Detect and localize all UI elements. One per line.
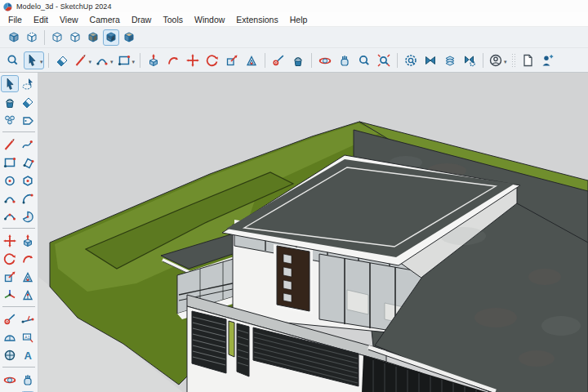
rotate-button[interactable]: [203, 51, 221, 69]
orbit-button[interactable]: [316, 51, 334, 69]
toolbar-separator: [265, 53, 265, 68]
shaded-textures-button[interactable]: [103, 29, 119, 46]
push-pull-button[interactable]: [145, 51, 163, 69]
menu-file[interactable]: File: [2, 14, 28, 25]
position-camera-button[interactable]: [1, 346, 19, 363]
back-edges-icon: [24, 30, 39, 45]
shaded-icon: [86, 30, 100, 45]
two-point-arc-button[interactable]: [1, 189, 19, 207]
dropdown-arrow-icon[interactable]: ▾: [132, 59, 136, 65]
rectangle-button[interactable]: ▾: [116, 51, 136, 69]
dimensions-button[interactable]: [19, 286, 37, 303]
select-button[interactable]: ▾: [24, 51, 44, 69]
arc-button[interactable]: [19, 189, 37, 207]
tape-measure-button[interactable]: [270, 51, 287, 69]
axes-button[interactable]: [1, 286, 19, 303]
tape-measure-button[interactable]: [1, 310, 19, 327]
scale-button[interactable]: [223, 51, 241, 69]
menu-camera[interactable]: Camera: [84, 14, 126, 25]
monochrome-button[interactable]: [121, 29, 137, 46]
views-toolbar: [0, 27, 588, 48]
follow-me-button[interactable]: [164, 51, 182, 69]
menu-tools[interactable]: Tools: [157, 14, 189, 25]
hidden-line-button[interactable]: [67, 29, 83, 46]
freehand-icon: [20, 137, 35, 152]
fix-problems-button[interactable]: [461, 51, 479, 69]
model-viewport[interactable]: [38, 73, 588, 392]
tag-button[interactable]: [19, 111, 37, 128]
toolbar-separator: [2, 228, 35, 229]
xray-icon: [7, 30, 21, 45]
menu-edit[interactable]: Edit: [28, 14, 54, 25]
scale-icon: [225, 53, 239, 68]
polygon-button[interactable]: [19, 172, 37, 189]
select-button[interactable]: [1, 75, 19, 92]
dropdown-arrow-icon[interactable]: ▾: [40, 59, 43, 65]
orbit-button[interactable]: [1, 371, 19, 388]
three-d-text-button[interactable]: A: [19, 346, 37, 363]
lasso-icon: [20, 77, 35, 91]
two-point-arc-button[interactable]: ▾: [94, 51, 114, 69]
move-button[interactable]: [184, 51, 202, 69]
two-point-arc-icon: [2, 191, 17, 206]
offset-button[interactable]: [19, 268, 37, 285]
pan-button[interactable]: [336, 51, 354, 69]
toolbar-separator: [140, 53, 140, 68]
zoom-window-button[interactable]: [19, 389, 37, 392]
solid-inspector-button[interactable]: [402, 51, 420, 69]
account-button[interactable]: ▾: [488, 51, 508, 69]
rotate-button[interactable]: [1, 250, 19, 267]
wireframe-button[interactable]: [49, 29, 65, 46]
shaded-button[interactable]: [85, 29, 101, 46]
clean-up-button[interactable]: [421, 51, 439, 69]
monochrome-icon: [122, 30, 136, 45]
xray-button[interactable]: [6, 29, 22, 46]
menu-window[interactable]: Window: [189, 14, 230, 25]
scale-button[interactable]: [1, 268, 19, 285]
lasso-button[interactable]: [19, 75, 37, 92]
search-button[interactable]: [4, 51, 22, 69]
line-button[interactable]: ▾: [73, 51, 93, 69]
pie-button[interactable]: [19, 207, 37, 225]
line-button[interactable]: [1, 136, 19, 153]
paint-bucket-button[interactable]: [1, 93, 19, 110]
follow-me-button[interactable]: [19, 250, 37, 267]
protractor-button[interactable]: [1, 328, 19, 345]
paint-bucket-icon: [2, 95, 17, 109]
tape-measure-icon: [2, 312, 17, 327]
rectangle-button[interactable]: [1, 154, 19, 171]
three-point-arc-button[interactable]: [1, 207, 19, 225]
zoom-extents-button[interactable]: [375, 51, 393, 69]
dimension-linear-button[interactable]: [19, 310, 37, 327]
circle-button[interactable]: [1, 172, 19, 189]
back-edges-button[interactable]: [24, 29, 40, 46]
menu-draw[interactable]: Draw: [126, 14, 158, 25]
dropdown-arrow-icon[interactable]: ▾: [504, 59, 507, 65]
zoom-button[interactable]: [355, 51, 373, 69]
eraser-button[interactable]: [19, 93, 37, 110]
dropdown-arrow-icon[interactable]: ▾: [110, 59, 114, 65]
freehand-button[interactable]: [19, 136, 37, 153]
menu-help[interactable]: Help: [284, 14, 314, 25]
circle-icon: [2, 173, 17, 188]
text-button[interactable]: A1: [19, 328, 37, 345]
push-pull-button[interactable]: [19, 232, 37, 249]
offset-button[interactable]: [243, 51, 261, 69]
components-button[interactable]: [1, 111, 19, 128]
move-button[interactable]: [1, 232, 19, 249]
toolbar-separator: [48, 53, 49, 68]
paint-bucket-button[interactable]: [289, 51, 307, 69]
add-collaborator-button[interactable]: [538, 51, 556, 69]
rotated-rectangle-button[interactable]: [19, 154, 37, 171]
menu-extensions[interactable]: Extensions: [230, 14, 283, 25]
zoom-icon: [357, 53, 372, 68]
menu-view[interactable]: View: [54, 14, 84, 25]
new-document-button[interactable]: [519, 51, 537, 69]
tag-icon: [20, 113, 35, 127]
eraser-button[interactable]: [53, 51, 71, 69]
toolbar-separator: [311, 53, 312, 68]
warehouse-layers-button[interactable]: [441, 51, 459, 69]
zoom-button[interactable]: [1, 389, 19, 392]
pan-button[interactable]: [19, 371, 37, 388]
dropdown-arrow-icon[interactable]: ▾: [89, 59, 92, 65]
